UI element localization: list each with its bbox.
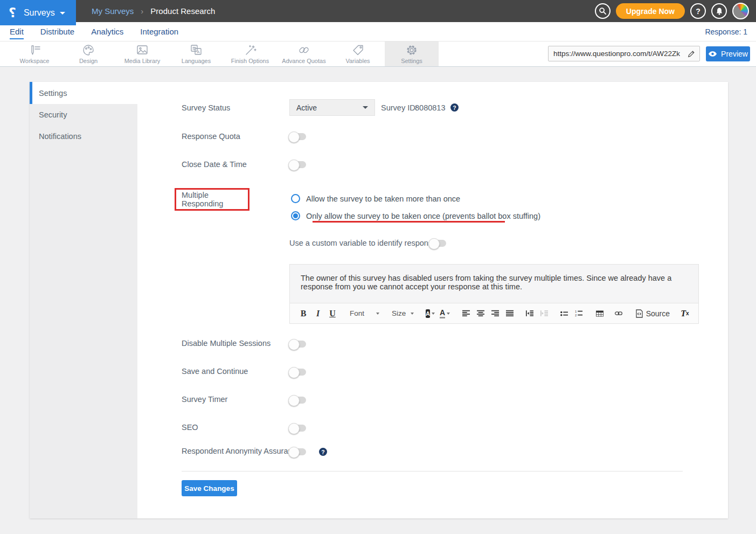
design-palette-icon — [82, 44, 95, 57]
survey-id-label: Survey ID: — [381, 103, 418, 112]
survey-url-input[interactable] — [549, 50, 683, 58]
align-left-button[interactable] — [462, 307, 470, 320]
survey-timer-toggle[interactable] — [289, 397, 306, 404]
align-left-icon — [462, 310, 470, 317]
breadcrumb-current-survey: Product Research — [150, 6, 215, 16]
bulleted-list-icon — [560, 310, 568, 317]
italic-button[interactable]: I — [314, 307, 322, 320]
table-icon — [596, 310, 604, 317]
align-center-button[interactable] — [477, 307, 484, 320]
size-dropdown[interactable]: Size — [392, 309, 414, 317]
svg-text:1: 1 — [575, 310, 577, 313]
multiple-responding-label: Multiple Responding — [182, 191, 248, 208]
survey-link-field — [548, 46, 700, 61]
toolbar-item-advance-quotas[interactable]: Advance Quotas — [277, 41, 331, 66]
help-button[interactable]: ? — [690, 3, 706, 19]
close-date-time-toggle[interactable] — [289, 161, 306, 168]
breadcrumb-my-surveys[interactable]: My Surveys — [92, 6, 134, 16]
justify-button[interactable] — [506, 307, 514, 320]
bold-button[interactable]: B — [300, 307, 307, 320]
header-actions: Upgrade Now ? — [595, 0, 749, 22]
question-mark-icon: ? — [696, 7, 700, 16]
eye-icon — [708, 51, 717, 57]
product-switcher[interactable]: ? Surveys — [0, 0, 76, 25]
survey-status-label: Survey Status — [182, 103, 230, 112]
edit-url-button[interactable] — [683, 46, 699, 61]
finish-options-wand-icon — [243, 44, 257, 57]
response-count[interactable]: Response: 1 — [705, 22, 747, 41]
decrease-indent-icon — [540, 310, 548, 317]
insert-table-button[interactable] — [596, 307, 604, 320]
tab-edit[interactable]: Edit — [10, 27, 24, 36]
search-icon — [599, 7, 607, 15]
tab-integration[interactable]: Integration — [140, 27, 178, 36]
tab-analytics[interactable]: Analytics — [91, 27, 123, 36]
survey-nav-tabs: Edit Distribute Analytics Integration Re… — [0, 22, 756, 41]
custom-variable-toggle[interactable] — [429, 240, 446, 247]
decrease-indent-button[interactable] — [540, 307, 548, 320]
variables-tag-icon — [351, 44, 365, 57]
svg-text:A: A — [197, 50, 200, 54]
insert-link-button[interactable] — [615, 307, 622, 320]
multiple-responding-highlight-annotation: Multiple Responding — [175, 188, 249, 211]
user-avatar[interactable] — [732, 3, 749, 19]
increase-indent-icon — [526, 310, 533, 317]
sidebar-item-security[interactable]: Security — [30, 104, 137, 126]
richtext-toolbar: B I U Font Size A A — [289, 303, 699, 324]
align-right-icon — [491, 310, 499, 317]
respondent-anonymity-help-button[interactable]: ? — [319, 448, 327, 456]
disabled-message-text[interactable]: The owner of this survey has disabled us… — [289, 264, 699, 303]
languages-icon: A — [189, 44, 203, 57]
radio-option-take-once[interactable]: Only allow the survey to be taken once (… — [291, 211, 540, 220]
seo-toggle[interactable] — [289, 425, 306, 432]
media-library-icon — [135, 44, 149, 57]
search-button[interactable] — [595, 3, 611, 19]
custom-variable-label: Use a custom variable to identify respon… — [289, 239, 440, 247]
font-dropdown[interactable]: Font — [350, 309, 379, 317]
link-icon — [615, 310, 622, 316]
bell-icon — [716, 7, 723, 15]
toolbar-item-languages[interactable]: A Languages — [169, 41, 223, 66]
sidebar-item-notifications[interactable]: Notifications — [30, 126, 137, 147]
underline-button[interactable]: U — [329, 307, 336, 320]
close-date-time-label: Close Date & Time — [182, 160, 247, 169]
increase-indent-button[interactable] — [526, 307, 533, 320]
notifications-button[interactable] — [711, 3, 727, 19]
respondent-anonymity-toggle[interactable] — [289, 448, 306, 455]
disable-multiple-sessions-toggle[interactable] — [289, 341, 306, 348]
align-right-button[interactable] — [491, 307, 499, 320]
toolbar-item-workspace[interactable]: Workspace — [8, 41, 61, 66]
breadcrumb-separator-icon: › — [141, 6, 143, 16]
survey-status-select[interactable]: Active — [289, 99, 375, 116]
toolbar-item-variables[interactable]: Variables — [331, 41, 385, 66]
radio-option-multiple-allowed[interactable]: Allow the survey to be taken more than o… — [291, 194, 460, 203]
numbered-list-button[interactable]: 1 2 — [575, 307, 582, 320]
edit-toolbar-ribbon: Workspace Design Media Library — [0, 41, 756, 67]
save-and-continue-toggle[interactable] — [289, 369, 306, 376]
background-color-button[interactable]: A — [426, 307, 434, 320]
text-color-icon: A — [440, 309, 445, 318]
chevron-down-icon — [60, 12, 65, 15]
upgrade-now-button[interactable]: Upgrade Now — [616, 3, 685, 19]
save-and-continue-label: Save and Continue — [182, 367, 248, 376]
toolbar-item-finish-options[interactable]: Finish Options — [223, 41, 277, 66]
response-quota-toggle[interactable] — [289, 133, 306, 140]
save-changes-button[interactable]: Save Changes — [182, 480, 237, 496]
remove-format-button[interactable]: Tx — [681, 307, 689, 320]
questionpro-logo-icon: ? — [9, 5, 16, 20]
tab-distribute[interactable]: Distribute — [40, 27, 74, 36]
text-color-button[interactable]: A — [441, 307, 449, 320]
preview-button[interactable]: Preview — [706, 46, 750, 61]
radio-selected-icon[interactable] — [291, 211, 300, 220]
seo-label: SEO — [182, 423, 198, 432]
toolbar-item-media-library[interactable]: Media Library — [115, 41, 169, 66]
source-button[interactable]: Source — [636, 309, 670, 318]
toolbar-item-design[interactable]: Design — [61, 41, 115, 66]
sidebar-item-settings[interactable]: Settings — [30, 82, 137, 104]
bulleted-list-button[interactable] — [560, 307, 568, 320]
chevron-down-icon — [376, 313, 379, 315]
toolbar-item-settings[interactable]: Settings — [385, 41, 439, 66]
radio-unselected-icon[interactable] — [291, 194, 300, 203]
response-quota-label: Response Quota — [182, 132, 240, 141]
survey-id-help-button[interactable]: ? — [450, 103, 459, 112]
